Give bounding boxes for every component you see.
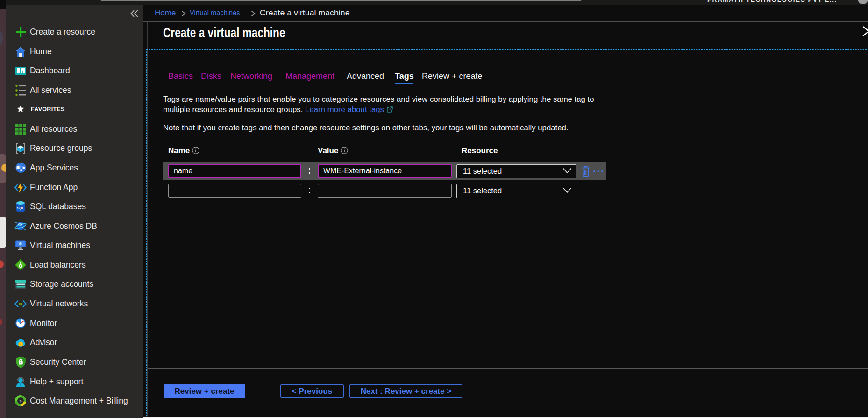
svg-text:SQL: SQL bbox=[17, 206, 24, 210]
svg-text:$: $ bbox=[20, 399, 22, 403]
